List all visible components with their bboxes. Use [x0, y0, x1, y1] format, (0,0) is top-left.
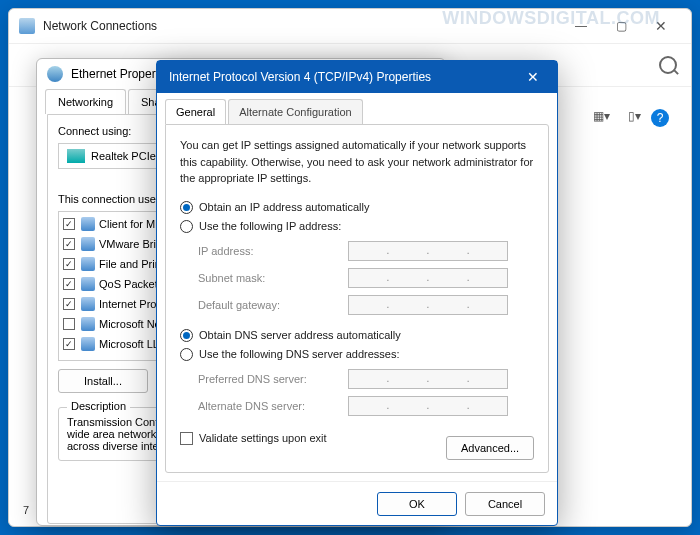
- tab-alternate-configuration[interactable]: Alternate Configuration: [228, 99, 363, 124]
- view-details-icon[interactable]: ▯▾: [628, 109, 641, 123]
- component-icon: [81, 297, 95, 311]
- radio-icon: [180, 348, 193, 361]
- preferred-dns-input[interactable]: ...: [348, 369, 508, 389]
- component-icon: [81, 337, 95, 351]
- dlg-description: You can get IP settings assigned automat…: [180, 137, 534, 187]
- radio-dns-auto[interactable]: Obtain DNS server address automatically: [180, 329, 534, 342]
- view-grid-icon[interactable]: ▦▾: [593, 109, 610, 123]
- alternate-dns-input[interactable]: ...: [348, 396, 508, 416]
- search-icon[interactable]: [659, 56, 677, 74]
- dlg-tabs: General Alternate Configuration: [157, 93, 557, 124]
- default-gateway-label: Default gateway:: [198, 299, 348, 311]
- checkbox[interactable]: ✓: [63, 258, 75, 270]
- dns-fields: Preferred DNS server:... Alternate DNS s…: [198, 367, 534, 418]
- nic-icon: [67, 149, 85, 163]
- checkbox-icon: [180, 432, 193, 445]
- component-icon: [81, 237, 95, 251]
- help-icon[interactable]: ?: [651, 109, 669, 127]
- component-icon: [81, 317, 95, 331]
- radio-icon: [180, 201, 193, 214]
- default-gateway-input[interactable]: ...: [348, 295, 508, 315]
- component-icon: [81, 217, 95, 231]
- checkbox[interactable]: ✓: [63, 298, 75, 310]
- bg-title: Network Connections: [43, 19, 157, 33]
- close-icon[interactable]: ✕: [521, 65, 545, 89]
- install-button[interactable]: Install...: [58, 369, 148, 393]
- radio-ip-auto[interactable]: Obtain an IP address automatically: [180, 201, 534, 214]
- checkbox[interactable]: ✓: [63, 338, 75, 350]
- dlg-title-text: Internet Protocol Version 4 (TCP/IPv4) P…: [169, 70, 431, 84]
- component-icon: [81, 277, 95, 291]
- radio-icon: [180, 220, 193, 233]
- ipv4-properties-dialog: Internet Protocol Version 4 (TCP/IPv4) P…: [156, 60, 558, 526]
- checkbox[interactable]: ✓: [63, 218, 75, 230]
- subnet-mask-input[interactable]: ...: [348, 268, 508, 288]
- item-count: 7: [23, 504, 29, 516]
- preferred-dns-label: Preferred DNS server:: [198, 373, 348, 385]
- radio-dns-manual[interactable]: Use the following DNS server addresses:: [180, 348, 534, 361]
- subnet-mask-label: Subnet mask:: [198, 272, 348, 284]
- network-icon: [19, 18, 35, 34]
- advanced-button[interactable]: Advanced...: [446, 436, 534, 460]
- watermark: WINDOWSDIGITAL.COM: [442, 8, 660, 29]
- ip-address-input[interactable]: ...: [348, 241, 508, 261]
- checkbox[interactable]: ✓: [63, 278, 75, 290]
- view-controls: ▦▾ ▯▾: [593, 109, 641, 123]
- tab-general[interactable]: General: [165, 99, 226, 124]
- component-icon: [81, 257, 95, 271]
- cancel-button[interactable]: Cancel: [465, 492, 545, 516]
- dlg-buttons: OK Cancel: [157, 481, 557, 525]
- dlg-panel: You can get IP settings assigned automat…: [165, 124, 549, 473]
- ok-button[interactable]: OK: [377, 492, 457, 516]
- ethernet-icon: [47, 66, 63, 82]
- radio-ip-manual[interactable]: Use the following IP address:: [180, 220, 534, 233]
- ip-address-label: IP address:: [198, 245, 348, 257]
- dlg-titlebar: Internet Protocol Version 4 (TCP/IPv4) P…: [157, 61, 557, 93]
- description-label: Description: [67, 400, 130, 412]
- alternate-dns-label: Alternate DNS server:: [198, 400, 348, 412]
- checkbox[interactable]: [63, 318, 75, 330]
- radio-icon: [180, 329, 193, 342]
- ip-fields: IP address:... Subnet mask:... Default g…: [198, 239, 534, 317]
- checkbox[interactable]: ✓: [63, 238, 75, 250]
- tab-networking[interactable]: Networking: [45, 89, 126, 114]
